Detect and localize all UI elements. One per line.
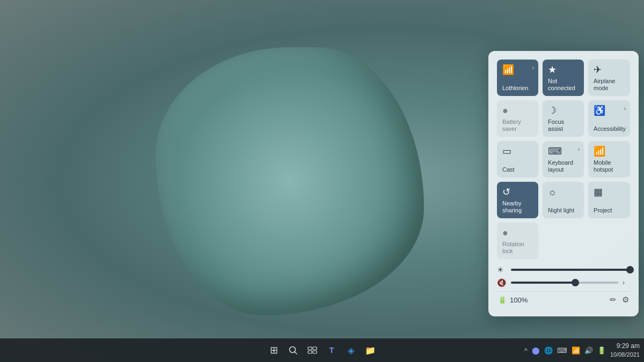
svg-rect-2	[308, 347, 312, 350]
battery-actions: ✏ ⚙	[610, 295, 629, 305]
clock[interactable]: 9:29 am 10/08/2021	[610, 342, 640, 359]
svg-rect-5	[313, 351, 317, 353]
volume-thumb[interactable]	[572, 279, 579, 286]
nearby-sharing-label: Nearby sharing	[502, 200, 534, 214]
keyboard-layout-label: Keyboard layout	[548, 159, 580, 173]
volume-row: 🔇 ›	[497, 278, 630, 287]
bluetooth-label: Not connected	[548, 78, 580, 92]
svg-line-1	[295, 352, 297, 354]
sliders-section: ☀ 🔇 ›	[497, 265, 630, 287]
cast-icon: ▭	[502, 146, 511, 156]
svg-rect-3	[313, 347, 317, 350]
project-icon: ▦	[594, 187, 603, 197]
rotation-lock-tile[interactable]: ● Rotation lock	[497, 223, 538, 259]
quick-settings-panel: 📶 › Lothlorien ★ Not connected ✈ Airplan…	[488, 51, 639, 316]
edit-icon[interactable]: ✏	[610, 295, 617, 305]
taskbar: ⊞ T ◈ 📁 ^	[0, 338, 644, 362]
accessibility-label: Accessibility	[594, 125, 626, 132]
wifi-tile[interactable]: 📶 › Lothlorien	[497, 60, 538, 96]
wifi-chevron-icon: ›	[532, 65, 534, 71]
night-light-icon: ☼	[548, 187, 557, 197]
teams-tray-icon[interactable]: ⬤	[531, 345, 541, 356]
cast-label: Cast	[502, 166, 534, 173]
taskbar-center: ⊞ T ◈ 📁	[265, 342, 379, 359]
brightness-icon: ☀	[497, 265, 507, 274]
airplane-icon: ✈	[594, 65, 602, 75]
accessibility-chevron-icon: ›	[624, 106, 626, 112]
focus-assist-label: Focus assist	[548, 119, 580, 132]
volume-mute-icon: 🔇	[497, 278, 507, 287]
battery-info: 🔋 100%	[498, 296, 528, 304]
edge-button[interactable]: ◈	[342, 342, 360, 359]
accessibility-tile[interactable]: ♿ › Accessibility	[588, 100, 630, 137]
taskview-button[interactable]	[304, 342, 321, 359]
keyboard-layout-icon: ⌨	[548, 146, 562, 156]
volume-slider[interactable]	[511, 282, 618, 284]
project-tile[interactable]: ▦ Project	[588, 182, 630, 218]
battery-row: 🔋 100% ✏ ⚙	[497, 291, 630, 308]
quick-settings-grid: 📶 › Lothlorien ★ Not connected ✈ Airplan…	[497, 60, 630, 259]
teams-button[interactable]: T	[323, 342, 340, 359]
date-display: 10/08/2021	[610, 351, 640, 359]
rotation-lock-icon: ●	[502, 228, 508, 238]
battery-saver-label: Battery saver	[502, 119, 534, 132]
airplane-label: Airplane mode	[594, 78, 626, 92]
keyboard-chevron-icon: ›	[578, 146, 580, 152]
taskbar-right: ^ ⬤ 🌐 ⌨ 📶 🔊 🔋 9:29 am 10/08/2021	[523, 342, 640, 359]
mobile-hotspot-icon: 📶	[594, 146, 605, 156]
brightness-row: ☀	[497, 265, 630, 274]
volume-chevron-icon[interactable]: ›	[623, 279, 630, 286]
focus-assist-icon: ☽	[548, 106, 557, 115]
search-button[interactable]	[284, 342, 302, 359]
brightness-slider[interactable]	[511, 269, 630, 271]
desktop: 📶 › Lothlorien ★ Not connected ✈ Airplan…	[0, 0, 644, 362]
wifi-tray-icon[interactable]: 📶	[570, 345, 581, 356]
nearby-sharing-icon: ↺	[502, 187, 510, 197]
mobile-hotspot-tile[interactable]: 📶 Mobile hotspot	[588, 141, 630, 178]
volume-tray-icon[interactable]: 🔊	[583, 345, 594, 356]
accessibility-icon: ♿	[594, 106, 605, 115]
night-light-tile[interactable]: ☼ Night light	[543, 182, 584, 218]
settings-icon[interactable]: ⚙	[622, 295, 629, 305]
vpn-icon[interactable]: 🌐	[543, 345, 554, 356]
night-light-label: Night light	[548, 207, 580, 214]
mobile-hotspot-label: Mobile hotspot	[594, 159, 626, 173]
system-tray: ^ ⬤ 🌐 ⌨ 📶 🔊 🔋	[523, 345, 607, 356]
rotation-lock-label: Rotation lock	[502, 241, 534, 255]
cast-tile[interactable]: ▭ Cast	[497, 141, 538, 178]
explorer-button[interactable]: 📁	[362, 342, 379, 359]
volume-fill	[511, 282, 575, 284]
wifi-icon: 📶	[502, 65, 514, 75]
battery-tray-icon[interactable]: 🔋	[596, 345, 607, 356]
time-display: 9:29 am	[610, 342, 640, 351]
battery-percent: 100%	[510, 296, 528, 304]
battery-saver-tile[interactable]: ● Battery saver	[497, 100, 538, 137]
battery-saver-icon: ●	[502, 106, 508, 115]
wallpaper-flower	[156, 47, 424, 315]
wifi-label: Lothlorien	[502, 85, 534, 92]
bluetooth-tile[interactable]: ★ Not connected	[543, 60, 584, 96]
keyboard-tray-icon[interactable]: ⌨	[556, 345, 568, 356]
project-label: Project	[594, 207, 626, 214]
svg-rect-4	[308, 351, 312, 353]
focus-assist-tile[interactable]: ☽ Focus assist	[543, 100, 584, 137]
chevron-up-icon[interactable]: ^	[523, 345, 529, 356]
start-button[interactable]: ⊞	[265, 342, 282, 359]
nearby-sharing-tile[interactable]: ↺ Nearby sharing	[497, 182, 538, 218]
airplane-tile[interactable]: ✈ Airplane mode	[588, 60, 630, 96]
bluetooth-icon: ★	[548, 65, 557, 75]
keyboard-layout-tile[interactable]: ⌨ › Keyboard layout	[543, 141, 584, 178]
brightness-thumb[interactable]	[626, 266, 634, 274]
brightness-fill	[511, 269, 630, 271]
battery-icon: 🔋	[498, 296, 507, 304]
